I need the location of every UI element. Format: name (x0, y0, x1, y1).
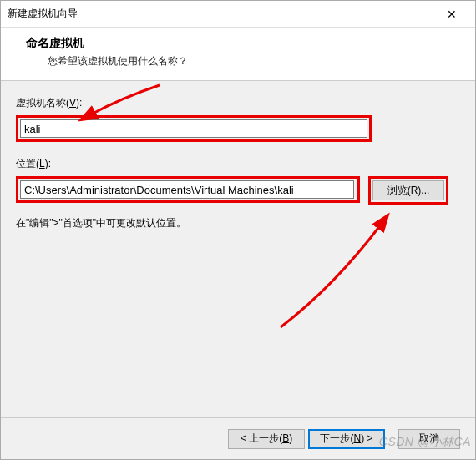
back-button[interactable]: < 上一步(B) (228, 429, 305, 449)
close-button[interactable]: ✕ (435, 2, 468, 27)
close-icon: ✕ (447, 8, 457, 21)
location-input[interactable] (20, 180, 354, 199)
window-title: 新建虚拟机向导 (8, 7, 435, 21)
location-hint: 在"编辑">"首选项"中可更改默认位置。 (16, 216, 460, 230)
browse-highlight: 浏览(R)... (368, 176, 448, 205)
page-subtitle: 您希望该虚拟机使用什么名称？ (48, 54, 460, 68)
content-pane: 虚拟机名称(V): 位置(L): 浏览(R)... 在"编辑"> (1, 81, 475, 417)
location-highlight (16, 176, 360, 203)
page-title: 命名虚拟机 (26, 36, 460, 51)
vm-name-highlight (16, 115, 372, 142)
browse-button[interactable]: 浏览(R)... (372, 180, 444, 200)
next-button[interactable]: 下一步(N) > (308, 429, 385, 449)
titlebar: 新建虚拟机向导 ✕ (1, 1, 475, 28)
vm-name-label: 虚拟机名称(V): (16, 96, 460, 110)
cancel-button[interactable]: 取消 (398, 429, 460, 449)
wizard-header: 命名虚拟机 您希望该虚拟机使用什么名称？ (1, 28, 475, 81)
vm-name-input[interactable] (20, 119, 367, 138)
location-label: 位置(L): (16, 157, 460, 171)
wizard-window: 新建虚拟机向导 ✕ 命名虚拟机 您希望该虚拟机使用什么名称？ 虚拟机名称(V):… (0, 0, 476, 460)
footer: < 上一步(B) 下一步(N) > 取消 (1, 417, 475, 459)
